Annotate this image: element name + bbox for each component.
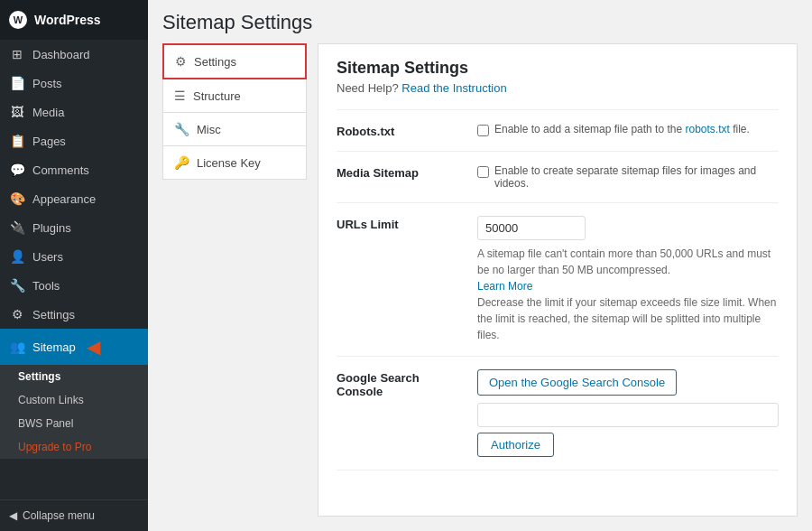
- urls-limit-control: A sitemap file can't contain more than 5…: [477, 216, 779, 343]
- settings-panel: Sitemap Settings Need Help? Read the Ins…: [318, 43, 798, 517]
- wordpress-icon: W: [9, 11, 27, 29]
- main-header: Sitemap Settings: [148, 0, 812, 34]
- authorize-button[interactable]: Authorize: [477, 433, 554, 457]
- media-sitemap-checkbox[interactable]: [477, 166, 489, 178]
- sidebar-item-sitemap[interactable]: 👥 Sitemap ◀: [0, 329, 148, 365]
- media-sitemap-control: Enable to create separate sitemap files …: [477, 164, 779, 190]
- sub-nav-misc[interactable]: 🔧 Misc: [162, 113, 307, 146]
- posts-icon: 📄: [9, 76, 25, 90]
- media-sitemap-checkbox-row: Enable to create separate sitemap files …: [477, 164, 779, 190]
- tools-icon: 🔧: [9, 278, 25, 293]
- media-sitemap-desc: Enable to create separate sitemap files …: [494, 164, 779, 190]
- robots-txt-control: Enable to add a sitemap file path to the…: [477, 123, 779, 136]
- sub-nav-settings[interactable]: ⚙ Settings: [162, 43, 307, 79]
- media-icon: 🖼: [9, 105, 25, 119]
- robots-txt-checkbox[interactable]: [477, 125, 489, 136]
- sidebar-item-tools[interactable]: 🔧 Tools: [0, 271, 148, 300]
- sidebar-submenu-settings[interactable]: Settings: [0, 365, 148, 388]
- sitemap-icon: 👥: [9, 340, 25, 354]
- media-sitemap-row: Media Sitemap Enable to create separate …: [337, 152, 779, 203]
- sidebar-item-appearance[interactable]: 🎨 Appearance: [0, 184, 148, 213]
- sidebar-submenu: Settings Custom Links BWS Panel Upgrade …: [0, 365, 148, 459]
- sidebar-item-label: Dashboard: [32, 48, 90, 61]
- sidebar-item-label: Comments: [32, 163, 89, 177]
- sidebar-submenu-bws-panel[interactable]: BWS Panel: [0, 412, 148, 435]
- sub-nav-license-key[interactable]: 🔑 License Key: [162, 146, 307, 180]
- google-search-console-label: Google Search Console: [337, 369, 463, 398]
- dashboard-icon: ⊞: [9, 47, 25, 61]
- sidebar-submenu-upgrade[interactable]: Upgrade to Pro: [0, 435, 148, 459]
- appearance-icon: 🎨: [9, 191, 25, 206]
- robots-txt-desc: Enable to add a sitemap file path to the…: [494, 123, 750, 135]
- collapse-menu-button[interactable]: ◀ Collapse menu: [0, 499, 148, 531]
- sidebar-item-label: Posts: [32, 77, 62, 90]
- page-title: Sitemap Settings: [162, 11, 798, 34]
- main-content: Sitemap Settings ⚙ Settings ☰ Structure …: [148, 0, 812, 531]
- urls-limit-desc: A sitemap file can't contain more than 5…: [477, 246, 779, 343]
- sub-nav-misc-label: Misc: [197, 123, 221, 136]
- users-icon: 👤: [9, 249, 25, 264]
- sidebar-logo-text: WordPress: [34, 13, 101, 27]
- comments-icon: 💬: [9, 163, 25, 177]
- sitemap-arrow-icon: ◀: [87, 336, 100, 358]
- robots-txt-checkbox-row: Enable to add a sitemap file path to the…: [477, 123, 779, 136]
- sidebar-item-comments[interactable]: 💬 Comments: [0, 155, 148, 184]
- sidebar-item-label: Appearance: [32, 192, 96, 206]
- pages-icon: 📋: [9, 134, 25, 148]
- license-icon: 🔑: [174, 155, 189, 170]
- sidebar-item-settings[interactable]: ⚙ Settings: [0, 300, 148, 329]
- sidebar-submenu-custom-links[interactable]: Custom Links: [0, 388, 148, 412]
- google-search-console-row: Google Search Console Open the Google Se…: [337, 357, 779, 470]
- sub-nav-settings-label: Settings: [194, 55, 236, 69]
- sub-nav-license-label: License Key: [197, 156, 261, 170]
- sidebar: W WordPress ⊞ Dashboard 📄 Posts 🖼 Media …: [0, 0, 148, 531]
- settings-heading: Sitemap Settings: [337, 59, 779, 78]
- robots-txt-label: Robots.txt: [337, 123, 463, 138]
- sidebar-item-label: Plugins: [32, 221, 71, 235]
- collapse-label: Collapse menu: [23, 509, 95, 522]
- content-area: ⚙ Settings ☰ Structure 🔧 Misc 🔑 License …: [148, 34, 812, 531]
- misc-icon: 🔧: [174, 122, 189, 136]
- sub-nav-structure[interactable]: ☰ Structure: [162, 79, 307, 113]
- urls-limit-input[interactable]: [477, 216, 586, 240]
- settings-sub-icon: ⚙: [175, 54, 187, 69]
- sidebar-item-label: Settings: [32, 308, 75, 321]
- sidebar-item-posts[interactable]: 📄 Posts: [0, 69, 148, 98]
- media-sitemap-label: Media Sitemap: [337, 164, 463, 180]
- sidebar-item-label: Users: [32, 250, 63, 264]
- robots-txt-row: Robots.txt Enable to add a sitemap file …: [337, 110, 779, 152]
- plugins-icon: 🔌: [9, 220, 25, 235]
- open-google-search-console-button[interactable]: Open the Google Search Console: [477, 369, 677, 396]
- sidebar-item-users[interactable]: 👤 Users: [0, 242, 148, 271]
- sidebar-item-label: Media: [32, 106, 64, 119]
- sidebar-item-label: Tools: [32, 279, 60, 293]
- learn-more-link[interactable]: Learn More: [477, 280, 532, 293]
- urls-limit-row: URLs Limit A sitemap file can't contain …: [337, 203, 779, 357]
- authorize-input[interactable]: [477, 403, 779, 427]
- sidebar-item-media[interactable]: 🖼 Media: [0, 98, 148, 126]
- sub-nav: ⚙ Settings ☰ Structure 🔧 Misc 🔑 License …: [162, 43, 307, 517]
- help-text: Need Help? Read the Instruction: [337, 81, 779, 95]
- sidebar-item-pages[interactable]: 📋 Pages: [0, 126, 148, 155]
- sidebar-item-dashboard[interactable]: ⊞ Dashboard: [0, 40, 148, 69]
- robots-txt-link[interactable]: robots.txt: [686, 123, 730, 135]
- structure-icon: ☰: [174, 88, 186, 103]
- collapse-icon: ◀: [9, 509, 17, 522]
- settings-table: Robots.txt Enable to add a sitemap file …: [337, 109, 779, 470]
- urls-limit-label: URLs Limit: [337, 216, 463, 231]
- sidebar-item-label: Pages: [32, 135, 66, 148]
- sub-nav-structure-label: Structure: [193, 89, 241, 103]
- sidebar-logo: W WordPress: [0, 0, 148, 40]
- settings-icon: ⚙: [9, 307, 25, 321]
- google-search-console-control: Open the Google Search Console Authorize: [477, 369, 779, 457]
- sidebar-item-label: Sitemap: [32, 340, 76, 354]
- read-instruction-link[interactable]: Read the Instruction: [401, 81, 506, 95]
- sidebar-item-plugins[interactable]: 🔌 Plugins: [0, 213, 148, 242]
